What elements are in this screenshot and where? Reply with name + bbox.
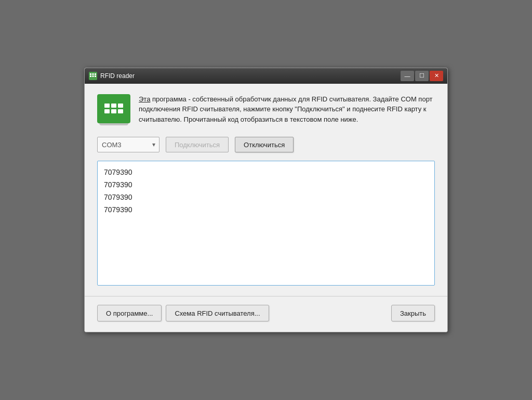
schema-button[interactable]: Схема RFID считывателя... — [166, 305, 269, 321]
svg-rect-0 — [90, 73, 91, 75]
svg-rect-1 — [92, 73, 94, 75]
close-button[interactable]: Закрыть — [391, 305, 435, 321]
controls-row: COM1 COM2 COM3 COM4 COM5 Подключиться От… — [97, 137, 435, 152]
icon-shadow — [99, 123, 128, 125]
info-section: Эта программа - собственный обработчик д… — [97, 94, 435, 125]
window-body: Эта программа - собственный обработчик д… — [85, 84, 447, 332]
main-window: RFID reader — ☐ ✕ Эта про — [84, 68, 448, 333]
icon-cell-4 — [104, 109, 110, 113]
svg-rect-5 — [95, 75, 96, 77]
footer-divider — [85, 296, 447, 296]
icon-cell-1 — [104, 104, 110, 108]
minimize-button[interactable]: — — [401, 71, 414, 81]
footer-left-buttons: О программе... Схема RFID считывателя... — [97, 305, 269, 321]
svg-rect-4 — [92, 75, 94, 77]
svg-rect-3 — [90, 75, 91, 77]
window-controls: — ☐ ✕ — [401, 71, 443, 81]
close-window-button[interactable]: ✕ — [430, 71, 443, 81]
maximize-button[interactable]: ☐ — [415, 71, 429, 81]
rfid-output-textarea[interactable]: 7079390 7079390 7079390 7079390 — [97, 161, 435, 286]
about-button[interactable]: О программе... — [97, 305, 162, 321]
icon-cell-5 — [111, 109, 116, 113]
description-text: Эта программа - собственный обработчик д… — [139, 94, 435, 125]
title-bar: RFID reader — ☐ ✕ — [85, 68, 447, 84]
icon-cell-6 — [118, 109, 123, 113]
com-port-wrapper[interactable]: COM1 COM2 COM3 COM4 COM5 — [97, 137, 159, 152]
svg-rect-2 — [95, 73, 96, 75]
window-title: RFID reader — [100, 72, 135, 80]
connect-button[interactable]: Подключиться — [166, 137, 229, 152]
footer-buttons: О программе... Схема RFID считывателя...… — [97, 305, 435, 321]
icon-cell-2 — [111, 104, 116, 108]
disconnect-button[interactable]: Отключиться — [235, 137, 294, 152]
com-port-select[interactable]: COM1 COM2 COM3 COM4 COM5 — [97, 137, 159, 152]
title-bar-left: RFID reader — [89, 72, 135, 80]
icon-grid — [101, 100, 126, 117]
icon-cell-3 — [118, 104, 123, 108]
app-icon-small — [89, 72, 97, 80]
app-icon-large — [97, 94, 130, 123]
description-underline: Эта — [139, 95, 150, 103]
